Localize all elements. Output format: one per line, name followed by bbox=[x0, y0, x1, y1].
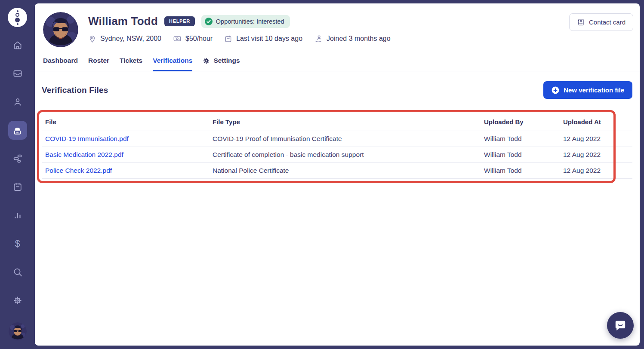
location-pin-icon bbox=[88, 35, 96, 43]
profile-info: William Todd HELPER Opportunities: Inter… bbox=[88, 12, 569, 43]
search-icon bbox=[12, 267, 23, 277]
tab-tickets[interactable]: Tickets bbox=[120, 57, 142, 71]
tab-label: Roster bbox=[88, 57, 109, 64]
last-visit-meta: Last visit 10 days ago bbox=[224, 35, 302, 43]
column-header-file: File bbox=[42, 118, 209, 126]
column-header-uploaded-at: Uploaded At bbox=[560, 118, 632, 126]
rate-meta: $50/hour bbox=[173, 34, 213, 43]
last-visit-text: Last visit 10 days ago bbox=[236, 35, 302, 43]
tab-roster[interactable]: Roster bbox=[88, 57, 109, 71]
verification-section: Verification Files New verification file… bbox=[35, 81, 640, 179]
profile-meta-row: Sydney, NSW, 2000 $50/hour Last visit 10… bbox=[88, 34, 569, 43]
table-row: Basic Medication 2022.pdf Certificate of… bbox=[42, 147, 632, 163]
check-circle-icon bbox=[205, 18, 213, 25]
logo-dot bbox=[17, 10, 18, 12]
sidebar-item-billing[interactable]: $ bbox=[8, 234, 27, 253]
uploaded-by-cell: William Todd bbox=[481, 167, 560, 174]
file-type-cell: National Police Certificate bbox=[209, 167, 481, 174]
contact-card-icon bbox=[577, 18, 585, 26]
opportunities-badge: Opportunities: Interested bbox=[201, 15, 290, 28]
uploaded-by-cell: William Todd bbox=[481, 135, 560, 143]
table-row: Police Check 2022.pdf National Police Ce… bbox=[42, 163, 632, 179]
rate-text: $50/hour bbox=[185, 35, 213, 43]
contact-card-label: Contact card bbox=[589, 18, 626, 26]
verification-table: File File Type Uploaded By Uploaded At C… bbox=[42, 113, 632, 179]
user-avatar-image bbox=[43, 12, 78, 47]
workflow-icon bbox=[12, 153, 23, 164]
new-verification-file-label: New verification file bbox=[564, 86, 624, 94]
sidebar-user-avatar[interactable] bbox=[9, 322, 27, 340]
calendar-icon bbox=[12, 182, 23, 192]
dollar-icon: $ bbox=[15, 239, 20, 248]
inbox-icon bbox=[12, 68, 23, 79]
logo-dot bbox=[17, 23, 18, 25]
bar-chart-icon bbox=[12, 210, 23, 220]
logo-dot-large bbox=[15, 18, 20, 22]
tab-verifications[interactable]: Verifications bbox=[153, 57, 192, 71]
joined-meta: Joined 3 months ago bbox=[314, 34, 391, 43]
archive-box-icon bbox=[12, 125, 23, 136]
profile-name: William Todd bbox=[88, 15, 158, 28]
tab-label: Tickets bbox=[120, 57, 142, 64]
tab-label: Settings bbox=[213, 57, 240, 64]
gear-icon bbox=[12, 295, 23, 306]
sidebar-item-files[interactable] bbox=[8, 121, 27, 140]
new-verification-file-button[interactable]: New verification file bbox=[543, 81, 632, 99]
app-logo[interactable] bbox=[8, 8, 27, 27]
sidebar-item-calendar[interactable] bbox=[8, 178, 27, 196]
file-link[interactable]: COVID-19 Immunisation.pdf bbox=[45, 135, 129, 142]
profile-name-row: William Todd HELPER Opportunities: Inter… bbox=[88, 15, 569, 28]
file-type-cell: COVID-19 Proof of Immunisation Certifica… bbox=[209, 135, 481, 143]
uploaded-at-cell: 12 Aug 2022 bbox=[560, 135, 632, 143]
calendar-icon bbox=[224, 35, 232, 43]
uploaded-at-cell: 12 Aug 2022 bbox=[560, 167, 632, 174]
home-icon bbox=[12, 40, 23, 50]
tab-label: Dashboard bbox=[43, 57, 78, 64]
role-badge: HELPER bbox=[164, 16, 195, 26]
opportunities-badge-label: Opportunities: Interested bbox=[216, 18, 284, 25]
profile-header: William Todd HELPER Opportunities: Inter… bbox=[35, 3, 640, 47]
uploaded-by-cell: William Todd bbox=[481, 151, 560, 159]
tab-settings[interactable]: Settings bbox=[203, 57, 240, 71]
location-text: Sydney, NSW, 2000 bbox=[100, 35, 161, 43]
file-link[interactable]: Basic Medication 2022.pdf bbox=[45, 151, 123, 158]
sidebar: $ bbox=[0, 0, 35, 349]
logo-ring bbox=[15, 13, 19, 17]
content-panel: William Todd HELPER Opportunities: Inter… bbox=[35, 3, 640, 346]
joined-text: Joined 3 months ago bbox=[327, 35, 391, 43]
tab-dashboard[interactable]: Dashboard bbox=[43, 57, 78, 71]
chat-launcher-button[interactable] bbox=[607, 312, 634, 339]
location-meta: Sydney, NSW, 2000 bbox=[88, 35, 161, 43]
gear-icon bbox=[203, 57, 210, 64]
title-row: Verification Files New verification file bbox=[42, 81, 632, 99]
sidebar-item-search[interactable] bbox=[8, 263, 27, 282]
column-header-file-type: File Type bbox=[209, 118, 481, 126]
user-icon bbox=[12, 97, 23, 107]
column-header-uploaded-by: Uploaded By bbox=[481, 118, 560, 126]
file-link[interactable]: Police Check 2022.pdf bbox=[45, 167, 112, 174]
user-avatar-image bbox=[9, 322, 27, 340]
contact-card-button[interactable]: Contact card bbox=[569, 13, 633, 31]
profile-avatar bbox=[43, 12, 78, 47]
sidebar-item-home[interactable] bbox=[8, 36, 27, 55]
tab-label: Verifications bbox=[153, 57, 192, 64]
banknote-icon bbox=[173, 34, 182, 43]
page-title: Verification Files bbox=[42, 86, 108, 95]
sidebar-item-contacts[interactable] bbox=[8, 92, 27, 111]
sidebar-nav: $ bbox=[8, 36, 27, 310]
table-row: COVID-19 Immunisation.pdf COVID-19 Proof… bbox=[42, 131, 632, 147]
sidebar-item-reports[interactable] bbox=[8, 206, 27, 225]
sidebar-item-workflows[interactable] bbox=[8, 149, 27, 168]
sidebar-item-inbox[interactable] bbox=[8, 64, 27, 83]
uploaded-at-cell: 12 Aug 2022 bbox=[560, 151, 632, 159]
chat-bubble-icon bbox=[613, 318, 627, 332]
sidebar-item-settings[interactable] bbox=[8, 291, 27, 310]
table-header-row: File File Type Uploaded By Uploaded At bbox=[42, 113, 632, 131]
file-type-cell: Certificate of completion - basic medica… bbox=[209, 151, 481, 159]
plus-circle-icon bbox=[552, 86, 559, 94]
joined-hand-icon bbox=[314, 34, 323, 43]
tab-bar: Dashboard Roster Tickets Verifications bbox=[35, 57, 640, 71]
